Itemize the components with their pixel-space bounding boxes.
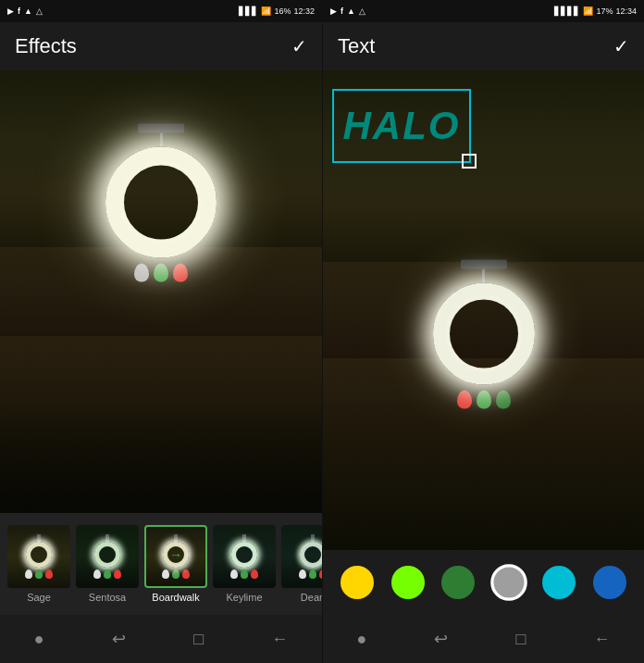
right-nav-square[interactable]: □ (516, 630, 526, 649)
lamp-mount (138, 124, 184, 133)
r-signal-icon: ▋▋▋▋ (554, 6, 580, 16)
filter-sage-label: Sage (27, 592, 51, 603)
right-lamp-image: HALO (323, 70, 644, 550)
lamp-assembly (105, 124, 217, 282)
r-lamp-cord (482, 269, 485, 282)
right-lamp-assembly (433, 259, 535, 408)
right-battery: 17% (596, 6, 613, 16)
balloons (134, 264, 188, 282)
filter-sage[interactable]: Sage (7, 525, 70, 603)
left-check-button[interactable]: ✓ (291, 35, 307, 57)
right-nav-dot[interactable]: ● (357, 630, 367, 649)
filter-keylime-thumb[interactable] (213, 525, 276, 588)
r-wifi-icon: 📶 (583, 6, 593, 16)
filter-strip[interactable]: Sage Sentosa (0, 513, 322, 615)
filter-boardwalk-thumb[interactable]: → (144, 525, 207, 588)
right-header: Text ✓ (323, 22, 644, 70)
balloon-white (134, 264, 149, 282)
facebook-icon: f (18, 6, 20, 16)
right-status-right: ▋▋▋▋ 📶 17% 12:34 (554, 6, 637, 16)
signal-icon: ▋▋▋ (239, 6, 258, 16)
mini-lamp-sage (7, 525, 70, 588)
left-panel: ▶ f ▲ △ ▋▋▋ 📶 16% 12:32 Effects ✓ (0, 0, 322, 663)
filter-keylime-label: Keylime (226, 592, 262, 603)
resize-handle[interactable] (462, 154, 477, 169)
left-lamp-image (0, 70, 322, 513)
halo-text-box[interactable]: HALO (332, 89, 471, 163)
lamp-ring-inner (119, 161, 203, 244)
filter-boardwalk[interactable]: → Boardwalk (144, 525, 207, 603)
left-nav-return[interactable]: ↩ (112, 629, 126, 649)
r-play-icon: ▶ (330, 6, 337, 16)
r-lamp-mount (461, 259, 507, 269)
left-image-area (0, 70, 322, 513)
left-status-bar: ▶ f ▲ △ ▋▋▋ 📶 16% 12:32 (0, 0, 322, 22)
mini-lamp-keylime (213, 525, 276, 588)
mini-lamp-boardwalk: → (146, 527, 205, 586)
right-bottom-nav: ● ↩ □ ← (323, 615, 644, 663)
filter-keylime[interactable]: Keylime (213, 525, 276, 603)
color-gray[interactable] (490, 564, 527, 601)
left-bottom-nav: ● ↩ □ ← (0, 615, 322, 663)
left-status-right: ▋▋▋ 📶 16% 12:32 (239, 6, 315, 16)
r-balloon-red (457, 390, 472, 408)
left-time: 12:32 (293, 6, 315, 16)
filter-sage-thumb[interactable] (7, 525, 70, 588)
mini-lamp-sentosa (76, 525, 139, 588)
right-status-icons: ▶ f ▲ △ (330, 6, 365, 16)
r-alert-icon: ▲ (347, 6, 355, 16)
filter-sentosa-thumb[interactable] (76, 525, 139, 588)
mini-lamp-dean (281, 525, 322, 588)
balloon-red (173, 264, 188, 282)
color-green[interactable] (441, 566, 475, 599)
right-nav-return[interactable]: ↩ (434, 629, 448, 649)
alert2-icon: △ (36, 6, 43, 16)
lamp-cord (160, 133, 163, 147)
left-title: Effects (15, 34, 77, 58)
right-panel: ▶ f ▲ △ ▋▋▋▋ 📶 17% 12:34 Text ✓ HALO (323, 0, 644, 663)
left-nav-square[interactable]: □ (193, 630, 204, 649)
halo-text: HALO (343, 104, 461, 148)
filter-dean[interactable]: Dean (281, 525, 322, 603)
filter-sentosa-label: Sentosa (89, 592, 126, 603)
right-nav-back[interactable]: ← (593, 630, 610, 649)
filter-dean-label: Dean (301, 592, 322, 603)
left-nav-dot[interactable]: ● (34, 630, 44, 649)
right-check-button[interactable]: ✓ (613, 35, 629, 57)
color-blue[interactable] (593, 566, 626, 599)
r-balloons (457, 390, 511, 408)
balloon-green (154, 264, 168, 282)
r-balloon-green (477, 390, 491, 408)
filter-dean-thumb[interactable] (281, 525, 322, 588)
alert-icon: ▲ (24, 6, 32, 16)
wifi-icon: 📶 (261, 6, 271, 16)
color-strip[interactable] (323, 550, 644, 615)
left-nav-back[interactable]: ← (271, 630, 288, 649)
right-image-area[interactable]: HALO (323, 70, 644, 550)
bottom-gradient (0, 403, 322, 514)
r-lamp-ring-inner (445, 294, 523, 372)
r-alert2-icon: △ (359, 6, 365, 16)
color-light-green[interactable] (391, 566, 425, 599)
left-status-icons: ▶ f ▲ △ (7, 6, 43, 16)
left-header: Effects ✓ (0, 22, 322, 70)
right-time: 12:34 (615, 6, 637, 16)
r-lamp-ring (433, 282, 535, 384)
play-icon: ▶ (7, 6, 14, 16)
filter-sentosa[interactable]: Sentosa (76, 525, 139, 603)
left-battery: 16% (274, 6, 291, 16)
filter-boardwalk-label: Boardwalk (152, 592, 199, 603)
r-balloon-darkgreen (496, 390, 511, 408)
color-cyan[interactable] (542, 566, 576, 599)
color-yellow[interactable] (341, 566, 374, 599)
r-facebook-icon: f (341, 6, 343, 16)
right-status-bar: ▶ f ▲ △ ▋▋▋▋ 📶 17% 12:34 (323, 0, 644, 22)
right-title: Text (338, 34, 375, 58)
lamp-ring (105, 147, 217, 258)
